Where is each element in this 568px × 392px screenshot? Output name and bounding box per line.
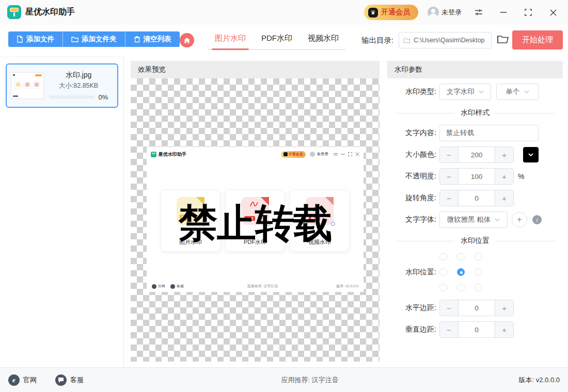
opacity-label: 不透明度: xyxy=(395,172,436,181)
opacity-stepper: − 100 + xyxy=(439,168,514,185)
file-thumbnail xyxy=(11,72,44,99)
size-color-label: 大小颜色: xyxy=(395,150,436,159)
tab-video-watermark[interactable]: 视频水印 xyxy=(307,29,340,49)
settings-icon[interactable] xyxy=(471,5,486,20)
app-recommendation[interactable]: 应用推荐: 汉字注音 xyxy=(232,375,387,385)
output-dir-label: 输出目录: xyxy=(361,36,393,45)
preview-panel: 效果预览 星优水印助手 开通会员 未登录 xyxy=(131,61,380,362)
chevron-down-icon xyxy=(495,218,500,221)
position-radio-top-left[interactable] xyxy=(439,253,447,260)
position-label: 水印位置: xyxy=(395,268,436,277)
params-panel: 水印参数 水印类型: 文字水印 单个 水印样式 文字内容: 禁止转载 大小颜色:… xyxy=(387,61,563,367)
add-folder-button[interactable]: 添加文件夹 xyxy=(62,31,125,47)
login-status[interactable]: 未登录 xyxy=(428,7,462,18)
titlebar: 星优水印助手 ♛ 开通会员 未登录 xyxy=(0,0,568,25)
home-icon xyxy=(183,37,191,44)
mini-app-title: 星优水印助手 xyxy=(159,151,186,158)
mini-settings-icon xyxy=(334,152,338,156)
home-button[interactable] xyxy=(180,33,194,47)
style-section-divider: 水印样式 xyxy=(395,108,555,118)
browse-folder-button[interactable] xyxy=(497,34,509,44)
watermark-text-input[interactable]: 禁止转载 xyxy=(439,125,539,141)
mini-window-controls xyxy=(334,152,359,156)
progress-bar xyxy=(49,95,94,99)
folder-icon xyxy=(71,36,78,43)
mini-vip-button: 开通会员 xyxy=(281,151,306,158)
opacity-decrease-button[interactable]: − xyxy=(440,169,459,184)
file-list-item[interactable]: 水印.jpg 大小:82.85KB 0% xyxy=(6,63,118,108)
folder-small-icon xyxy=(403,37,411,43)
transparency-checker: 星优水印助手 开通会员 未登录 图片 xyxy=(131,78,380,362)
vip-button[interactable]: ♛ 开通会员 xyxy=(364,5,418,20)
watermark-type-select[interactable]: 文字水印 xyxy=(439,84,491,100)
font-select[interactable]: 微软雅黑 粗体 xyxy=(439,211,508,228)
customer-service-link[interactable]: 客服 xyxy=(55,374,84,386)
file-name: 水印.jpg xyxy=(66,71,92,80)
vmargin-value[interactable]: 0 xyxy=(459,322,495,337)
trash-icon xyxy=(134,36,140,43)
chevron-down-icon xyxy=(528,153,533,156)
position-radio-bottom-left[interactable] xyxy=(439,284,447,291)
mini-footer: 官网 客服 应用推荐: 汉字注音 版本: v2.0.0.0 xyxy=(152,284,358,289)
info-icon[interactable]: i xyxy=(532,215,542,224)
website-icon: e xyxy=(8,374,20,386)
position-radio-bottom-right[interactable] xyxy=(475,284,482,291)
file-actions-group: 添加文件 添加文件夹 清空列表 xyxy=(8,31,180,47)
rotate-decrease-button[interactable]: − xyxy=(440,190,459,206)
website-link[interactable]: e 官网 xyxy=(8,374,37,386)
position-radio-middle-right[interactable] xyxy=(475,268,482,276)
opacity-increase-button[interactable]: + xyxy=(495,169,513,184)
tab-pdf-watermark[interactable]: PDF水印 xyxy=(260,29,293,49)
color-swatch-button[interactable] xyxy=(523,147,539,162)
size-decrease-button[interactable]: − xyxy=(440,147,459,162)
close-icon[interactable] xyxy=(545,5,561,20)
position-radio-top-right[interactable] xyxy=(475,253,482,260)
watermark-count-select[interactable]: 单个 xyxy=(496,84,539,100)
version-label: 版本: v2.0.0.0 xyxy=(519,375,560,385)
preview-image: 星优水印助手 开通会员 未登录 图片 xyxy=(147,147,364,292)
type-label: 水印类型: xyxy=(395,87,436,96)
file-list: 水印.jpg 大小:82.85KB 0% xyxy=(0,57,124,367)
hmargin-decrease-button[interactable]: − xyxy=(440,300,459,316)
toolbar: 添加文件 添加文件夹 清空列表 图片水印 PDF水印 视频水印 输出目录: C:… xyxy=(0,25,568,57)
mini-maximize-icon xyxy=(348,152,352,156)
rotate-label: 旋转角度: xyxy=(395,193,436,203)
hmargin-label: 水平边距: xyxy=(395,303,436,313)
minimize-icon[interactable] xyxy=(496,5,511,20)
clear-list-button[interactable]: 清空列表 xyxy=(125,31,180,47)
preview-header: 效果预览 xyxy=(131,61,380,78)
hmargin-value[interactable]: 0 xyxy=(459,300,495,316)
crown-badge-icon: ♛ xyxy=(368,8,378,18)
app-title: 星优水印助手 xyxy=(25,7,75,18)
start-processing-button[interactable]: 开始处理 xyxy=(512,30,563,50)
size-increase-button[interactable]: + xyxy=(495,147,513,162)
add-file-button[interactable]: 添加文件 xyxy=(8,31,62,47)
file-icon xyxy=(17,36,23,43)
size-value[interactable]: 200 xyxy=(459,147,495,162)
position-radio-bottom-center[interactable] xyxy=(457,284,465,291)
vmargin-increase-button[interactable]: + xyxy=(495,322,513,337)
maximize-icon[interactable] xyxy=(520,5,536,20)
vmargin-stepper: − 0 + xyxy=(439,321,514,338)
output-dir-input[interactable]: C:\Users\Qasim\Desktop xyxy=(399,32,492,48)
mini-app-logo-icon xyxy=(151,152,156,157)
hmargin-increase-button[interactable]: + xyxy=(495,300,513,316)
rotate-value[interactable]: 0 xyxy=(459,190,495,206)
position-radio-top-center[interactable] xyxy=(457,253,465,260)
hmargin-stepper: − 0 + xyxy=(439,300,514,316)
add-font-button[interactable]: + xyxy=(512,212,527,227)
output-dir-value: C:\Users\Qasim\Desktop xyxy=(414,37,485,44)
position-radio-middle-left[interactable] xyxy=(439,268,447,276)
rotate-increase-button[interactable]: + xyxy=(495,190,513,206)
login-label: 未登录 xyxy=(441,8,462,17)
mini-service-icon xyxy=(170,284,175,289)
watermark-tabs: 图片水印 PDF水印 视频水印 xyxy=(208,29,346,50)
chevron-down-icon xyxy=(524,90,529,93)
position-radio-center[interactable] xyxy=(457,268,465,276)
rotate-stepper: − 0 + xyxy=(439,190,514,206)
vmargin-decrease-button[interactable]: − xyxy=(440,322,459,337)
opacity-suffix: % xyxy=(518,172,524,181)
opacity-value[interactable]: 100 xyxy=(459,169,495,184)
tab-image-watermark[interactable]: 图片水印 xyxy=(214,29,247,49)
browse-folder-icon xyxy=(497,34,509,44)
